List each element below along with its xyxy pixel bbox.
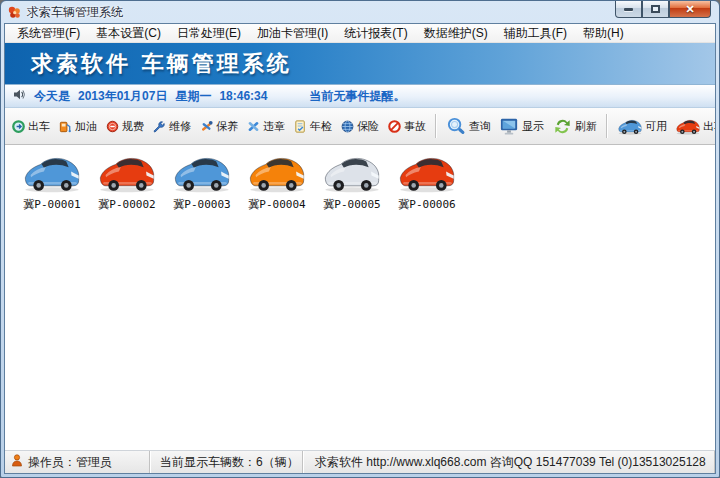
violation-button[interactable]: 违章 [242,116,289,137]
vehicle-plate: 冀P-00006 [392,197,462,212]
car-icon [21,153,83,193]
toolbar: 出车 加油 规费 [5,108,715,145]
vehicle-item[interactable]: 冀P-00001 [17,153,87,212]
info-bar: 今天是 2013年01月07日 星期一 18:46:34 当前无事件提醒。 [5,85,715,108]
inspection-button[interactable]: 年检 [289,116,336,137]
close-icon[interactable]: ✕ [669,1,711,18]
car-icon [246,153,308,193]
maximize-icon[interactable] [642,1,669,18]
current-date: 2013年01月07日 [78,88,167,105]
display-icon [499,116,520,137]
banner-title: 求索软件 车辆管理系统 [5,49,292,79]
violation-icon [246,119,261,134]
status-bar: 操作员：管理员 当前显示车辆数：6（辆） 求索软件 http://www.xlq… [5,450,715,473]
status-vehicle-count: 当前显示车辆数：6（辆） [150,451,303,473]
vehicle-item[interactable]: 冀P-00005 [317,153,387,212]
vehicle-plate: 冀P-00003 [167,197,237,212]
car-icon [171,153,233,193]
query-button[interactable]: 查询 [442,113,495,140]
status-vendor-info: 求索软件 http://www.xlq668.com 咨询QQ 15147703… [303,451,715,473]
status-operator: 操作员：管理员 [5,451,150,473]
display-button[interactable]: 显示 [495,113,548,140]
menu-daily-processing[interactable]: 日常处理(E) [169,23,249,44]
minimize-icon[interactable] [615,1,642,18]
app-banner: 求索软件 车辆管理系统 [5,43,715,85]
vehicle-item[interactable]: 冀P-00006 [392,153,462,212]
refuel-button[interactable]: 加油 [54,116,101,137]
vehicle-plate: 冀P-00004 [242,197,312,212]
vehicle-item[interactable]: 冀P-00004 [242,153,312,212]
vehicle-item[interactable]: 冀P-00002 [92,153,162,212]
fuel-icon [58,119,73,134]
menu-reports[interactable]: 统计报表(T) [336,23,415,44]
filter-out-button[interactable]: 出车 [671,115,715,138]
client-area: 系统管理(F) 基本设置(C) 日常处理(E) 加油卡管理(I) 统计报表(T)… [4,23,716,474]
toolbar-separator [435,114,437,138]
accident-button[interactable]: 事故 [383,116,430,137]
depart-button[interactable]: 出车 [7,116,54,137]
vehicle-plate: 冀P-00002 [92,197,162,212]
car-icon [675,118,701,135]
depart-icon [11,119,26,134]
vehicle-plate: 冀P-00001 [17,197,87,212]
today-label: 今天是 [34,88,70,105]
car-icon [617,118,643,135]
vehicle-item[interactable]: 冀P-00003 [167,153,237,212]
refresh-button[interactable]: 刷新 [548,113,601,140]
vehicle-plate: 冀P-00005 [317,197,387,212]
current-time: 18:46:34 [219,89,267,103]
event-notice: 当前无事件提醒。 [309,88,405,105]
car-icon [96,153,158,193]
title-bar[interactable]: 求索车辆管理系统 ✕ [1,1,719,23]
operator-person-icon [11,454,23,470]
app-window: 求索车辆管理系统 ✕ 系统管理(F) 基本设置(C) 日常处理(E) 加油卡管理… [0,0,720,478]
maintenance-icon [199,119,214,134]
fees-button[interactable]: 规费 [101,116,148,137]
menu-help[interactable]: 帮助(H) [575,23,632,44]
search-icon [446,116,467,137]
app-logo-icon [7,5,22,20]
filter-available-button[interactable]: 可用 [613,115,671,138]
fee-icon [105,119,120,134]
current-weekday: 星期一 [175,88,211,105]
car-icon [321,153,383,193]
insurance-icon [340,119,355,134]
accident-icon [387,119,402,134]
menu-basic-settings[interactable]: 基本设置(C) [88,23,169,44]
window-controls: ✕ [615,1,711,18]
car-icon [396,153,458,193]
menu-data-maintenance[interactable]: 数据维护(S) [416,23,496,44]
repair-icon [152,119,167,134]
speaker-icon [13,88,26,104]
window-title: 求索车辆管理系统 [27,4,123,21]
refresh-icon [552,116,573,137]
repair-button[interactable]: 维修 [148,116,195,137]
menu-fuel-card[interactable]: 加油卡管理(I) [249,23,336,44]
inspection-icon [293,119,308,134]
menu-tools[interactable]: 辅助工具(F) [496,23,575,44]
menu-bar: 系统管理(F) 基本设置(C) 日常处理(E) 加油卡管理(I) 统计报表(T)… [5,24,715,43]
insurance-button[interactable]: 保险 [336,116,383,137]
vehicle-grid: 冀P-00001 冀P-00002 冀P-00003 冀P-00004 冀P-0… [5,145,715,450]
menu-system[interactable]: 系统管理(F) [9,23,88,44]
toolbar-separator [606,114,608,138]
maintenance-button[interactable]: 保养 [195,116,242,137]
